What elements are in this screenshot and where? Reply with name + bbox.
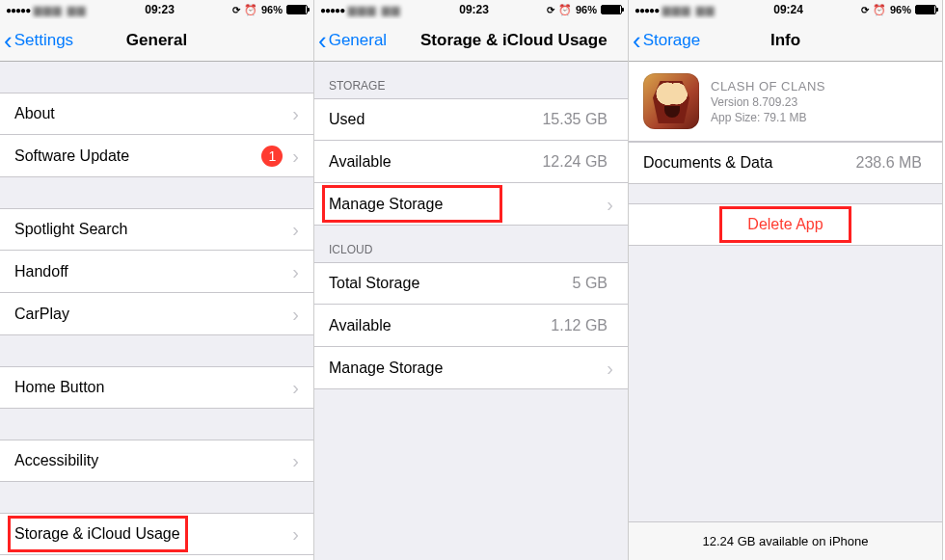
- chevron-right-icon: ›: [292, 147, 299, 166]
- nav-bar: ‹ General Storage & iCloud Usage: [314, 19, 628, 62]
- back-label: Storage: [643, 31, 701, 50]
- delete-app-button[interactable]: Delete App: [629, 203, 942, 246]
- app-info-block: CLASH OF CLANS Version 8.709.23 App Size…: [629, 62, 942, 142]
- row-software-update[interactable]: Software Update 1 ›: [0, 135, 313, 177]
- row-label: Available: [329, 317, 551, 334]
- row-spotlight-search[interactable]: Spotlight Search ›: [0, 208, 313, 251]
- row-manage-storage-icloud[interactable]: Manage Storage ›: [314, 347, 628, 389]
- row-background-app-refresh[interactable]: Background App Refresh ›: [0, 555, 313, 560]
- chevron-right-icon: ›: [292, 220, 299, 239]
- content: CLASH OF CLANS Version 8.709.23 App Size…: [629, 62, 942, 560]
- battery-icon: [915, 5, 936, 14]
- row-label: CarPlay: [14, 306, 292, 323]
- row-label: Manage Storage: [329, 360, 607, 377]
- chevron-right-icon: ›: [292, 451, 299, 470]
- chevron-right-icon: ›: [292, 262, 299, 281]
- back-button[interactable]: ‹ Storage: [629, 28, 700, 53]
- row-accessibility[interactable]: Accessibility ›: [0, 440, 313, 482]
- battery-percent: 96%: [261, 4, 283, 15]
- row-label: Used: [329, 111, 542, 128]
- battery-icon: [286, 5, 308, 14]
- carrier-name: ▆▆▆ ▆▆: [662, 4, 716, 16]
- row-storage-icloud-usage[interactable]: Storage & iCloud Usage ›: [0, 513, 313, 555]
- chevron-right-icon: ›: [292, 378, 299, 397]
- row-label: Documents & Data: [643, 154, 856, 172]
- row-manage-storage[interactable]: Manage Storage ›: [314, 183, 628, 226]
- row-value: 1.12 GB: [551, 317, 608, 334]
- row-value: 5 GB: [573, 275, 608, 292]
- row-label: Total Storage: [329, 275, 573, 292]
- signal-dots-icon: ●●●●●: [634, 5, 659, 15]
- row-label: Spotlight Search: [14, 221, 292, 238]
- carrier-name: ▆▆▆ ▆▆: [348, 4, 401, 16]
- alarm-icon: ⏰: [244, 4, 257, 16]
- status-time: 09:24: [773, 3, 803, 16]
- row-handoff[interactable]: Handoff ›: [0, 251, 313, 293]
- back-button[interactable]: ‹ Settings: [0, 28, 73, 53]
- row-documents-data: Documents & Data 238.6 MB: [629, 142, 942, 184]
- chevron-right-icon: ›: [607, 359, 613, 378]
- section-header-icloud: ICLOUD: [314, 226, 628, 262]
- row-value: 238.6 MB: [856, 154, 922, 172]
- back-label: General: [329, 31, 387, 50]
- row-total-storage: Total Storage 5 GB: [314, 262, 628, 305]
- status-bar: ●●●●● ▆▆▆ ▆▆ 09:23 ⟳ ⏰ 96%: [0, 0, 313, 19]
- delete-app-label: Delete App: [747, 216, 823, 233]
- back-button[interactable]: ‹ General: [314, 28, 387, 53]
- row-label: About: [14, 105, 292, 122]
- app-version: Version 8.709.23: [711, 95, 825, 109]
- battery-percent: 96%: [890, 4, 911, 15]
- content: STORAGE Used 15.35 GB Available 12.24 GB…: [314, 62, 628, 560]
- chevron-left-icon: ‹: [318, 28, 327, 53]
- status-bar: ●●●●● ▆▆▆ ▆▆ 09:23 ⟳ ⏰ 96%: [314, 0, 628, 19]
- rotation-lock-icon: ⟳: [232, 5, 240, 15]
- status-time: 09:23: [145, 3, 175, 16]
- app-name: CLASH OF CLANS: [711, 79, 825, 93]
- row-label: Handoff: [14, 263, 292, 280]
- screen-storage-icloud: ●●●●● ▆▆▆ ▆▆ 09:23 ⟳ ⏰ 96% ‹ General Sto…: [314, 0, 629, 560]
- row-carplay[interactable]: CarPlay ›: [0, 293, 313, 335]
- row-label: Software Update: [14, 147, 261, 165]
- chevron-left-icon: ‹: [4, 28, 13, 53]
- row-used: Used 15.35 GB: [314, 98, 628, 141]
- content: About › Software Update 1 › Spotlight Se…: [0, 62, 313, 560]
- chevron-right-icon: ›: [292, 524, 299, 544]
- row-available: Available 12.24 GB: [314, 141, 628, 183]
- alarm-icon: ⏰: [873, 4, 886, 16]
- footer-available: 12.24 GB available on iPhone: [629, 521, 942, 560]
- carrier-name: ▆▆▆ ▆▆: [34, 4, 87, 16]
- row-value: 15.35 GB: [542, 111, 608, 128]
- rotation-lock-icon: ⟳: [547, 5, 554, 15]
- row-home-button[interactable]: Home Button ›: [0, 366, 313, 409]
- row-label: Home Button: [14, 379, 292, 396]
- chevron-left-icon: ‹: [633, 28, 641, 53]
- battery-icon: [601, 5, 622, 14]
- app-size: App Size: 79.1 MB: [711, 111, 825, 124]
- row-icloud-available: Available 1.12 GB: [314, 305, 628, 347]
- signal-dots-icon: ●●●●●: [320, 5, 344, 15]
- screen-general: ●●●●● ▆▆▆ ▆▆ 09:23 ⟳ ⏰ 96% ‹ Settings Ge…: [0, 0, 314, 560]
- row-label: Manage Storage: [329, 196, 607, 213]
- nav-bar: ‹ Storage Info: [629, 19, 942, 62]
- signal-dots-icon: ●●●●●: [6, 5, 30, 15]
- battery-percent: 96%: [576, 4, 597, 15]
- screen-app-info: ●●●●● ▆▆▆ ▆▆ 09:24 ⟳ ⏰ 96% ‹ Storage Inf…: [629, 0, 943, 560]
- chevron-right-icon: ›: [607, 195, 613, 214]
- chevron-right-icon: ›: [292, 305, 299, 324]
- chevron-right-icon: ›: [292, 104, 299, 123]
- rotation-lock-icon: ⟳: [861, 5, 869, 15]
- alarm-icon: ⏰: [558, 4, 572, 16]
- section-header-storage: STORAGE: [314, 62, 628, 98]
- row-label: Accessibility: [14, 452, 292, 469]
- row-label: Storage & iCloud Usage: [14, 525, 292, 543]
- status-time: 09:23: [459, 3, 489, 16]
- row-about[interactable]: About ›: [0, 93, 313, 135]
- back-label: Settings: [14, 31, 73, 50]
- row-value: 12.24 GB: [542, 153, 608, 171]
- row-label: Available: [329, 153, 542, 171]
- app-icon: [643, 73, 699, 129]
- update-badge: 1: [261, 146, 283, 167]
- status-bar: ●●●●● ▆▆▆ ▆▆ 09:24 ⟳ ⏰ 96%: [629, 0, 942, 19]
- nav-bar: ‹ Settings General: [0, 19, 313, 62]
